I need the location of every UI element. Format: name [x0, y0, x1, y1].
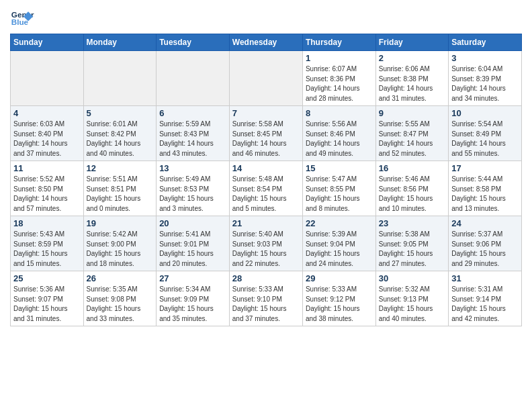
- day-number: 27: [159, 273, 226, 283]
- calendar-week-5: 25Sunrise: 5:36 AM Sunset: 9:07 PM Dayli…: [11, 271, 522, 326]
- day-number: 1: [306, 53, 373, 63]
- logo: General Blue: [10, 7, 37, 31]
- day-info: Sunrise: 6:06 AM Sunset: 8:38 PM Dayligh…: [379, 64, 445, 103]
- day-number: 13: [159, 163, 226, 173]
- calendar-cell: [157, 51, 230, 106]
- day-info: Sunrise: 5:51 AM Sunset: 8:51 PM Dayligh…: [87, 175, 154, 214]
- day-number: 20: [159, 218, 226, 228]
- day-number: 30: [379, 273, 445, 283]
- day-info: Sunrise: 5:49 AM Sunset: 8:53 PM Dayligh…: [159, 175, 226, 214]
- day-info: Sunrise: 5:59 AM Sunset: 8:43 PM Dayligh…: [159, 120, 226, 158]
- day-info: Sunrise: 5:55 AM Sunset: 8:47 PM Dayligh…: [379, 120, 445, 158]
- day-info: Sunrise: 5:41 AM Sunset: 9:01 PM Dayligh…: [159, 230, 226, 269]
- calendar-cell: 27Sunrise: 5:34 AM Sunset: 9:09 PM Dayli…: [157, 271, 230, 326]
- day-number: 15: [306, 163, 373, 173]
- calendar-cell: 17Sunrise: 5:44 AM Sunset: 8:58 PM Dayli…: [449, 161, 522, 216]
- day-number: 9: [379, 108, 445, 118]
- calendar-cell: 12Sunrise: 5:51 AM Sunset: 8:51 PM Dayli…: [83, 161, 157, 216]
- day-info: Sunrise: 5:48 AM Sunset: 8:54 PM Dayligh…: [232, 175, 300, 214]
- day-number: 31: [451, 273, 519, 283]
- day-info: Sunrise: 6:03 AM Sunset: 8:40 PM Dayligh…: [13, 120, 81, 158]
- day-number: 12: [87, 163, 154, 173]
- weekday-header-thursday: Thursday: [302, 34, 375, 51]
- calendar-cell: 2Sunrise: 6:06 AM Sunset: 8:38 PM Daylig…: [375, 51, 448, 106]
- day-number: 24: [451, 218, 519, 228]
- day-info: Sunrise: 5:46 AM Sunset: 8:56 PM Dayligh…: [379, 175, 445, 214]
- day-number: 10: [451, 108, 519, 118]
- day-number: 3: [451, 53, 519, 63]
- day-number: 11: [13, 163, 81, 173]
- day-info: Sunrise: 5:58 AM Sunset: 8:45 PM Dayligh…: [232, 120, 300, 158]
- calendar-table: SundayMondayTuesdayWednesdayThursdayFrid…: [10, 34, 522, 326]
- day-info: Sunrise: 6:01 AM Sunset: 8:42 PM Dayligh…: [87, 120, 154, 158]
- calendar-cell: 19Sunrise: 5:42 AM Sunset: 9:00 PM Dayli…: [83, 216, 157, 271]
- calendar-week-4: 18Sunrise: 5:43 AM Sunset: 8:59 PM Dayli…: [11, 216, 522, 271]
- day-info: Sunrise: 5:35 AM Sunset: 9:08 PM Dayligh…: [87, 285, 154, 324]
- day-info: Sunrise: 6:04 AM Sunset: 8:39 PM Dayligh…: [451, 64, 519, 103]
- calendar-cell: 18Sunrise: 5:43 AM Sunset: 8:59 PM Dayli…: [11, 216, 84, 271]
- calendar-cell: 20Sunrise: 5:41 AM Sunset: 9:01 PM Dayli…: [157, 216, 230, 271]
- calendar-cell: [229, 51, 302, 106]
- calendar-cell: 6Sunrise: 5:59 AM Sunset: 8:43 PM Daylig…: [157, 106, 230, 161]
- calendar-cell: 4Sunrise: 6:03 AM Sunset: 8:40 PM Daylig…: [11, 106, 84, 161]
- weekday-header-monday: Monday: [83, 34, 157, 51]
- day-number: 23: [379, 218, 445, 228]
- calendar-cell: 25Sunrise: 5:36 AM Sunset: 9:07 PM Dayli…: [11, 271, 84, 326]
- logo-icon: General Blue: [10, 7, 34, 31]
- day-number: 26: [87, 273, 154, 283]
- day-number: 8: [306, 108, 373, 118]
- calendar-cell: 15Sunrise: 5:47 AM Sunset: 8:55 PM Dayli…: [302, 161, 375, 216]
- day-info: Sunrise: 5:40 AM Sunset: 9:03 PM Dayligh…: [232, 230, 300, 269]
- calendar-cell: 5Sunrise: 6:01 AM Sunset: 8:42 PM Daylig…: [83, 106, 157, 161]
- day-number: 5: [87, 108, 154, 118]
- day-info: Sunrise: 5:42 AM Sunset: 9:00 PM Dayligh…: [87, 230, 154, 269]
- day-number: 28: [232, 273, 300, 283]
- day-info: Sunrise: 5:37 AM Sunset: 9:06 PM Dayligh…: [451, 230, 519, 269]
- weekday-header-saturday: Saturday: [449, 34, 522, 51]
- day-info: Sunrise: 5:44 AM Sunset: 8:58 PM Dayligh…: [451, 175, 519, 214]
- day-number: 2: [379, 53, 445, 63]
- day-info: Sunrise: 5:38 AM Sunset: 9:05 PM Dayligh…: [379, 230, 445, 269]
- calendar-cell: 24Sunrise: 5:37 AM Sunset: 9:06 PM Dayli…: [449, 216, 522, 271]
- day-number: 21: [232, 218, 300, 228]
- calendar-cell: 7Sunrise: 5:58 AM Sunset: 8:45 PM Daylig…: [229, 106, 302, 161]
- day-info: Sunrise: 5:54 AM Sunset: 8:49 PM Dayligh…: [451, 120, 519, 158]
- weekday-header-friday: Friday: [375, 34, 448, 51]
- day-info: Sunrise: 5:33 AM Sunset: 9:12 PM Dayligh…: [306, 285, 373, 324]
- calendar-cell: 26Sunrise: 5:35 AM Sunset: 9:08 PM Dayli…: [83, 271, 157, 326]
- day-info: Sunrise: 5:43 AM Sunset: 8:59 PM Dayligh…: [13, 230, 81, 269]
- calendar-cell: [11, 51, 84, 106]
- day-number: 14: [232, 163, 300, 173]
- calendar-cell: 22Sunrise: 5:39 AM Sunset: 9:04 PM Dayli…: [302, 216, 375, 271]
- day-info: Sunrise: 6:07 AM Sunset: 8:36 PM Dayligh…: [306, 64, 373, 103]
- day-info: Sunrise: 5:32 AM Sunset: 9:13 PM Dayligh…: [379, 285, 445, 324]
- day-number: 25: [13, 273, 81, 283]
- day-number: 29: [306, 273, 373, 283]
- calendar-cell: 31Sunrise: 5:31 AM Sunset: 9:14 PM Dayli…: [449, 271, 522, 326]
- calendar-cell: 3Sunrise: 6:04 AM Sunset: 8:39 PM Daylig…: [449, 51, 522, 106]
- calendar-week-3: 11Sunrise: 5:52 AM Sunset: 8:50 PM Dayli…: [11, 161, 522, 216]
- calendar-cell: 14Sunrise: 5:48 AM Sunset: 8:54 PM Dayli…: [229, 161, 302, 216]
- weekday-header-tuesday: Tuesday: [157, 34, 230, 51]
- calendar-cell: 9Sunrise: 5:55 AM Sunset: 8:47 PM Daylig…: [375, 106, 448, 161]
- day-info: Sunrise: 5:33 AM Sunset: 9:10 PM Dayligh…: [232, 285, 300, 324]
- calendar-cell: [83, 51, 157, 106]
- day-number: 6: [159, 108, 226, 118]
- calendar-cell: 16Sunrise: 5:46 AM Sunset: 8:56 PM Dayli…: [375, 161, 448, 216]
- weekday-header-wednesday: Wednesday: [229, 34, 302, 51]
- day-number: 7: [232, 108, 300, 118]
- day-number: 19: [87, 218, 154, 228]
- calendar-cell: 23Sunrise: 5:38 AM Sunset: 9:05 PM Dayli…: [375, 216, 448, 271]
- calendar-cell: 28Sunrise: 5:33 AM Sunset: 9:10 PM Dayli…: [229, 271, 302, 326]
- calendar-cell: 13Sunrise: 5:49 AM Sunset: 8:53 PM Dayli…: [157, 161, 230, 216]
- weekday-header-row: SundayMondayTuesdayWednesdayThursdayFrid…: [11, 34, 522, 51]
- day-info: Sunrise: 5:31 AM Sunset: 9:14 PM Dayligh…: [451, 285, 519, 324]
- day-info: Sunrise: 5:52 AM Sunset: 8:50 PM Dayligh…: [13, 175, 81, 214]
- day-info: Sunrise: 5:47 AM Sunset: 8:55 PM Dayligh…: [306, 175, 373, 214]
- calendar-week-2: 4Sunrise: 6:03 AM Sunset: 8:40 PM Daylig…: [11, 106, 522, 161]
- day-info: Sunrise: 5:56 AM Sunset: 8:46 PM Dayligh…: [306, 120, 373, 158]
- calendar-cell: 30Sunrise: 5:32 AM Sunset: 9:13 PM Dayli…: [375, 271, 448, 326]
- day-number: 16: [379, 163, 445, 173]
- calendar-cell: 1Sunrise: 6:07 AM Sunset: 8:36 PM Daylig…: [302, 51, 375, 106]
- day-number: 17: [451, 163, 519, 173]
